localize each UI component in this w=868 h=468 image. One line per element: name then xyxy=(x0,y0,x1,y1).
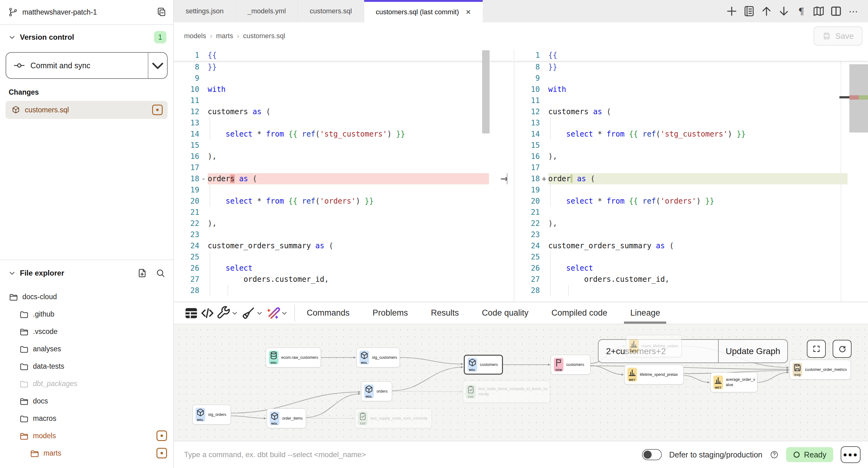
code-icon[interactable] xyxy=(199,305,215,321)
panel-tab-lineage[interactable]: Lineage xyxy=(629,308,661,318)
code-line-16: 16), xyxy=(174,151,489,162)
defer-toggle[interactable] xyxy=(642,449,662,460)
lineage-node-orders[interactable]: MDLorders xyxy=(361,381,392,401)
split-view-icon[interactable] xyxy=(830,5,842,18)
ellipsis-icon[interactable]: ⋯ xyxy=(847,5,860,18)
lineage-node-stg_orders[interactable]: MDLstg_orders xyxy=(192,405,231,425)
revert-diff-arrow-icon[interactable]: → xyxy=(498,173,510,184)
lineage-node-lifetime_spend_pretax[interactable]: METlifetime_spend_pretax xyxy=(624,365,684,384)
breadcrumb-item[interactable]: marts xyxy=(216,32,233,40)
node-label: customers xyxy=(566,362,586,368)
changed-file-row[interactable]: customers.sql xyxy=(6,101,168,119)
file-tree-item-analyses[interactable]: analyses xyxy=(0,340,173,357)
chevron-down-icon[interactable] xyxy=(281,309,288,317)
fullscreen-button[interactable] xyxy=(807,340,826,358)
save-button-label: Save xyxy=(835,31,854,41)
chevron-down-icon[interactable] xyxy=(8,269,16,277)
file-tree-label: macros xyxy=(33,414,167,423)
save-button[interactable]: Save xyxy=(814,26,862,45)
breadcrumb-item[interactable]: customers.sql xyxy=(243,32,285,40)
lineage-node-average_order_value[interactable]: METaverage_order_value xyxy=(710,372,757,392)
copy-branch-icon[interactable] xyxy=(156,7,167,18)
file-tree-item-dot-github[interactable]: .github xyxy=(0,305,173,323)
panel-tab-compiled-code[interactable]: Compiled code xyxy=(550,308,609,318)
commit-button-main[interactable]: Commit and sync xyxy=(6,53,148,78)
lineage-node-customers_semantic[interactable]: SEMcustomers xyxy=(551,355,590,375)
code-line-25: 25 xyxy=(174,251,489,262)
editor-tabbar: settings.json_models.ymlcustomers.sqlcus… xyxy=(174,0,868,22)
lineage-node-customers_model[interactable]: MDLcustomers xyxy=(464,355,503,375)
tab-customers-sql[interactable]: customers.sql xyxy=(298,0,364,22)
panel-tab-results[interactable]: Results xyxy=(430,308,460,318)
scrollbar-thumb[interactable] xyxy=(482,50,490,133)
minimap-separator xyxy=(841,50,841,302)
file-tree-item-docs-cloud[interactable]: docs-cloud xyxy=(0,288,173,305)
chevron-down-icon[interactable] xyxy=(256,309,263,317)
arrow-down-icon[interactable] xyxy=(777,5,790,18)
file-list-icon[interactable] xyxy=(743,5,755,18)
code-line-24: 24customer_orders_summary as ( xyxy=(515,240,847,251)
changed-file-name: customers.sql xyxy=(25,106,152,114)
file-tree-item-docs[interactable]: docs xyxy=(0,392,173,410)
breadcrumb-separator: › xyxy=(237,32,239,40)
plus-icon[interactable] xyxy=(725,5,738,18)
new-file-icon[interactable] xyxy=(137,268,148,278)
file-explorer-header[interactable]: File explorer xyxy=(0,266,173,281)
code-line-23: 23 xyxy=(174,229,489,240)
file-tree-item-models[interactable]: models xyxy=(0,427,173,444)
lineage-node-test_supply_costs_sum_correctly[interactable]: TSTtest_supply_costs_sum_correctly xyxy=(355,408,432,428)
pilcrow-icon[interactable]: ¶ xyxy=(795,5,808,18)
tab-customers-sql-last-commit-[interactable]: customers.sql (last commit)× xyxy=(364,0,483,22)
chevron-down-icon[interactable] xyxy=(231,309,239,317)
update-graph-button[interactable]: Update Graph xyxy=(719,340,787,363)
folder-open-icon xyxy=(30,448,39,458)
status-label: Ready xyxy=(804,450,827,459)
sticky-line: 1{{ xyxy=(515,50,868,61)
panel-tab-problems[interactable]: Problems xyxy=(371,308,409,318)
tab-settings-json[interactable]: settings.json xyxy=(174,0,236,22)
more-options-button[interactable]: ●●● xyxy=(841,446,861,463)
file-explorer: File explorer docs-cloud.github.vscodean… xyxy=(0,259,173,468)
file-tree-item-dot-vscode[interactable]: .vscode xyxy=(0,323,173,340)
chevron-down-icon[interactable] xyxy=(8,33,16,41)
lineage-node-test_order_items_compute_to_bools_correctly[interactable]: TSTtest_order_items_compute_to_bools_cor… xyxy=(463,380,550,403)
arrow-up-icon[interactable] xyxy=(760,5,773,18)
mdl-badge: MDL xyxy=(195,408,205,422)
close-icon[interactable]: × xyxy=(466,8,471,17)
help-icon[interactable] xyxy=(770,450,779,459)
commit-options-dropdown[interactable] xyxy=(148,53,167,78)
version-control-header[interactable]: Version control 1 xyxy=(0,30,173,45)
diff-pane-modified[interactable]: 8}}910with1112customers as (1314 select … xyxy=(515,50,868,302)
node-label: stg_customers xyxy=(372,355,399,360)
panel-tab-commands[interactable]: Commands xyxy=(306,308,351,318)
refresh-graph-button[interactable] xyxy=(833,340,851,358)
command-input[interactable]: Type a command, ex. dbt build --select <… xyxy=(174,450,366,459)
lineage-canvas[interactable]: SRCecom.raw_customersMDLstg_customersMDL… xyxy=(174,324,868,441)
lineage-edge xyxy=(231,416,266,418)
tab--models-yml[interactable]: _models.yml xyxy=(236,0,298,22)
breadcrumb-item[interactable]: models xyxy=(184,32,206,40)
search-icon[interactable] xyxy=(155,268,166,278)
results-table-icon[interactable] xyxy=(183,305,199,321)
lineage-node-customer_order_metrics[interactable]: SVQcustomer_order_metrics xyxy=(789,360,851,379)
diff-editor[interactable]: 8}}910with1112customers as (1314 select … xyxy=(174,50,868,302)
met-badge: MET xyxy=(627,368,637,381)
ai-fix-icon[interactable] xyxy=(265,305,281,321)
file-tree-item-marts[interactable]: marts xyxy=(0,444,173,462)
lineage-node-stg_customers[interactable]: MDLstg_customers xyxy=(356,348,400,368)
build-icon[interactable] xyxy=(215,305,231,321)
commit-and-sync-button[interactable]: Commit and sync xyxy=(6,52,168,79)
lineage-node-ecom_raw_customers[interactable]: SRCecom.raw_customers xyxy=(266,348,321,368)
changes-count-badge: 1 xyxy=(154,31,166,43)
file-tree-item-dbt_packages[interactable]: dbt_packages xyxy=(0,375,173,392)
file-tree-item-data-tests[interactable]: data-tests xyxy=(0,357,173,375)
lineage-node-count_lifetime_orders[interactable]: METcount_lifetime_orders xyxy=(626,335,682,357)
panel-tab-code-quality[interactable]: Code quality xyxy=(480,308,530,318)
code-line-16: 16), xyxy=(515,151,847,162)
format-icon[interactable] xyxy=(240,305,256,321)
map-icon[interactable] xyxy=(812,5,825,18)
diff-pane-original[interactable]: 8}}910with1112customers as (1314 select … xyxy=(174,50,515,302)
file-tree-item-macros[interactable]: macros xyxy=(0,410,173,427)
lineage-node-order_items[interactable]: MDLorder_items xyxy=(267,408,306,428)
status-badge[interactable]: Ready xyxy=(786,447,833,462)
